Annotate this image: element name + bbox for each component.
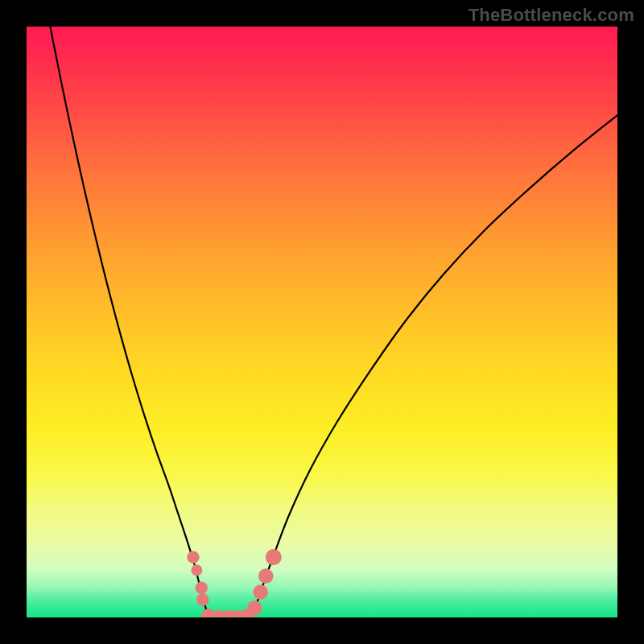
chart-svg (27, 27, 617, 617)
marker-group (187, 549, 282, 617)
data-marker (187, 551, 199, 563)
data-marker (196, 582, 208, 594)
curve-group (50, 27, 617, 617)
data-marker (247, 601, 262, 616)
chart-frame: TheBottleneck.com (0, 0, 644, 644)
data-marker (266, 549, 282, 565)
data-marker (253, 584, 268, 600)
data-marker (196, 593, 208, 605)
watermark-text: TheBottleneck.com (469, 5, 634, 26)
data-marker (258, 568, 274, 584)
data-marker (191, 564, 202, 576)
curve-right-branch (252, 115, 617, 617)
plot-area (27, 27, 617, 617)
curve-left-branch (50, 27, 208, 617)
